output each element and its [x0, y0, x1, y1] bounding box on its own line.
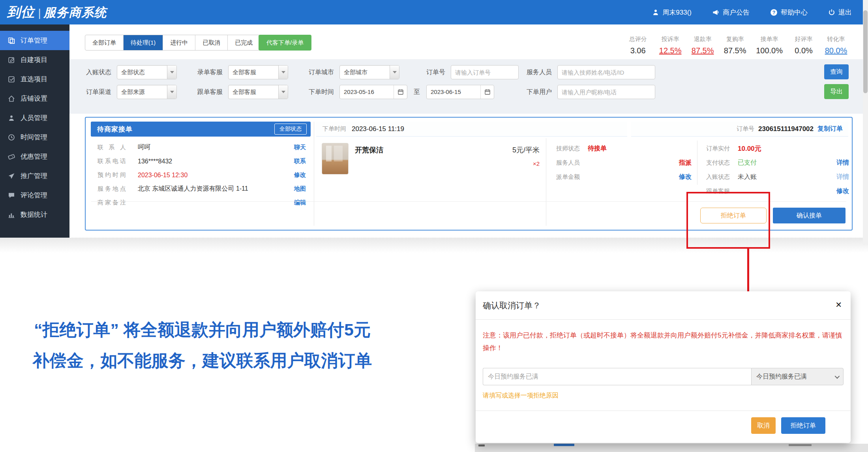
- user-icon: [652, 9, 659, 16]
- power-icon: [828, 9, 835, 16]
- help-center-link[interactable]: ? 帮助中心: [770, 8, 808, 17]
- sidebar-item-coupon[interactable]: 优惠管理: [0, 147, 69, 166]
- stat-value[interactable]: 87.5%: [691, 46, 714, 55]
- edit-note-link[interactable]: 编辑: [282, 199, 306, 206]
- filter-label: 入账状态: [86, 68, 111, 77]
- calendar-icon[interactable]: [480, 85, 494, 99]
- staff-label: 服务人员: [556, 159, 588, 167]
- pay-status-row: 支付状态 已支付 详情: [706, 156, 849, 170]
- filter-order-time: 下单时间 2023-05-16 至 2023-06-15: [309, 84, 494, 99]
- order-no-label: 订单号: [737, 125, 754, 133]
- reject-reason-input[interactable]: [483, 368, 751, 385]
- account-status-value: 未入账: [738, 173, 757, 181]
- modal-reject-button[interactable]: 拒绝订单: [781, 417, 825, 434]
- pay-detail-link[interactable]: 详情: [836, 159, 849, 167]
- copy-order-link[interactable]: 复制订单: [817, 125, 843, 133]
- tab-completed[interactable]: 已完成: [228, 35, 260, 50]
- sidebar-item-shop-settings[interactable]: 店铺设置: [0, 89, 69, 108]
- order-user-input[interactable]: [557, 85, 655, 99]
- sidebar-item-reviews[interactable]: 评论管理: [0, 186, 69, 205]
- export-button[interactable]: 导出: [824, 84, 849, 99]
- tab-in-progress[interactable]: 进行中: [163, 35, 195, 50]
- account-status-select[interactable]: 全部状态: [117, 65, 177, 79]
- merchant-notice-link[interactable]: 商户公告: [712, 8, 750, 17]
- date-from-picker[interactable]: 2023-05-16: [339, 85, 407, 99]
- sidebar-item-time[interactable]: 时间管理: [0, 128, 69, 147]
- appointment-time-value: 2023-06-15 12:30: [138, 172, 282, 179]
- scrollbar-track[interactable]: [863, 0, 868, 245]
- tab-pending[interactable]: 待处理(1): [124, 35, 163, 50]
- staff-input[interactable]: [557, 65, 655, 79]
- chevron-down-icon: [278, 66, 288, 79]
- direct-select-icon: [8, 76, 15, 83]
- sidebar-item-direct-select[interactable]: 直选项目: [0, 69, 69, 89]
- merchant-stats: 总评分 3.06 投诉率 12.5% 退款率 87.5% 复购率 87.5% 接…: [626, 36, 847, 55]
- accept-order-button[interactable]: 确认接单: [773, 208, 846, 223]
- tab-cancelled[interactable]: 已取消: [195, 35, 228, 50]
- logout-link[interactable]: 退出: [828, 8, 852, 17]
- modify-amount-link[interactable]: 修改: [679, 173, 692, 181]
- contact-panel: 联系人 呵呵 聊天 联系电话 136****8432 联系 预约时间 2023-…: [91, 141, 311, 210]
- search-button[interactable]: 查询: [824, 64, 849, 79]
- contact-link[interactable]: 联系: [282, 158, 306, 165]
- sidebar-item-label: 评论管理: [21, 191, 47, 200]
- city-select[interactable]: 全部城市: [339, 65, 399, 79]
- logo-secondary: 服务商系统: [43, 4, 107, 21]
- sidebar-item-orders[interactable]: 订单管理: [0, 31, 69, 50]
- tab-all-orders[interactable]: 全部订单: [85, 35, 124, 50]
- reject-reason-select[interactable]: 今日预约服务已满: [751, 368, 844, 385]
- app-logo: 到位 | 服务商系统: [7, 3, 107, 21]
- chevron-down-icon: [835, 373, 840, 379]
- filter-label: 订单渠道: [86, 88, 111, 96]
- stat-label: 复购率: [724, 36, 746, 43]
- date-to-picker[interactable]: 2023-06-15: [426, 85, 494, 99]
- contact-row: 联系电话 136****8432 联系: [91, 154, 311, 168]
- sidebar-item-label: 优惠管理: [21, 152, 47, 161]
- filter-channel: 订单渠道 全部来源: [86, 84, 177, 99]
- paid-row: 订单实付 10.00元: [706, 141, 849, 156]
- user-menu[interactable]: 周末933(): [652, 8, 692, 17]
- modify-follow-agent-link[interactable]: 修改: [836, 187, 849, 195]
- calendar-icon[interactable]: [394, 85, 407, 99]
- coupon-icon: [7, 152, 16, 161]
- payment-panel: 订单实付 10.00元 支付状态 已支付 详情 入账状态 未入账 详情 跟单客服…: [704, 141, 849, 199]
- product-thumbnail[interactable]: [322, 143, 349, 174]
- order-no-input[interactable]: [451, 65, 519, 79]
- chat-link[interactable]: 聊天: [282, 144, 306, 151]
- close-icon[interactable]: ✕: [835, 301, 842, 309]
- order-time-label: 下单时间: [322, 125, 346, 133]
- channel-select[interactable]: 全部来源: [117, 85, 177, 99]
- select-value: 全部状态: [117, 66, 167, 79]
- modal-cancel-button[interactable]: 取消: [751, 417, 776, 434]
- follow-agent-select[interactable]: 全部客服: [228, 85, 288, 99]
- scrollbar-thumb[interactable]: [863, 10, 868, 93]
- stat-value[interactable]: 12.5%: [659, 46, 682, 55]
- tech-status-label: 技师状态: [556, 145, 588, 152]
- chevron-down-icon: [167, 85, 176, 99]
- account-detail-link[interactable]: 详情: [836, 173, 849, 181]
- sidebar-item-self-build[interactable]: 自建项目: [0, 50, 69, 69]
- all-status-button[interactable]: 全部状态: [274, 124, 307, 135]
- sidebar-item-promotion[interactable]: 推广管理: [0, 166, 69, 186]
- product-quantity: ×2: [494, 160, 540, 167]
- sidebar-item-statistics[interactable]: 数据统计: [0, 205, 69, 224]
- modify-time-link[interactable]: 修改: [282, 171, 306, 179]
- product-price: 5元/平米: [474, 145, 540, 155]
- stat-complaint-rate: 投诉率 12.5%: [659, 36, 682, 55]
- sidebar-item-staff[interactable]: 人员管理: [0, 108, 69, 128]
- assign-link[interactable]: 指派: [679, 159, 692, 167]
- map-link[interactable]: 地图: [282, 185, 306, 193]
- stat-value: 100.0%: [756, 46, 783, 55]
- stat-label: 接单率: [756, 36, 783, 43]
- divider: [546, 138, 546, 226]
- entry-agent-select[interactable]: 全部客服: [228, 65, 288, 79]
- stat-value[interactable]: 80.0%: [825, 46, 847, 55]
- filter-label: 订单城市: [309, 68, 334, 77]
- select-value: 全部城市: [340, 66, 390, 79]
- stat-value: 0.0%: [792, 46, 815, 55]
- merchant-notice-label: 商户公告: [723, 8, 750, 17]
- stat-positive-rate: 好评率 0.0%: [792, 36, 815, 55]
- order-no-value: 230615111947002: [758, 125, 814, 133]
- filter-staff: 服务人员: [527, 65, 655, 80]
- agent-order-button[interactable]: 代客下单/录单: [259, 35, 311, 51]
